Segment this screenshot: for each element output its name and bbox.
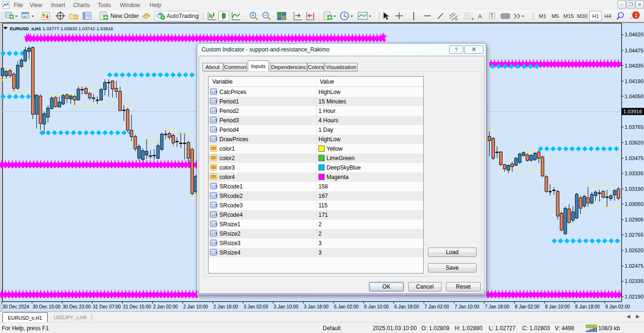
svg-text:1: 1 bbox=[635, 12, 638, 18]
svg-text:23: 23 bbox=[213, 222, 217, 226]
svg-text:1.04050: 1.04050 bbox=[625, 94, 644, 99]
svg-text:7 Jan 18:00: 7 Jan 18:00 bbox=[485, 304, 510, 309]
svg-text:T: T bbox=[491, 13, 493, 18]
svg-text:23: 23 bbox=[213, 99, 217, 103]
svg-text:M30: M30 bbox=[577, 13, 587, 19]
svg-text:30 Dec 15:00: 30 Dec 15:00 bbox=[33, 304, 61, 309]
svg-text:3 Jan 10:00: 3 Jan 10:00 bbox=[274, 304, 299, 309]
svg-text:AutoTrading: AutoTrading bbox=[167, 13, 199, 19]
svg-text:1.03050: 1.03050 bbox=[625, 201, 644, 207]
svg-text:H4: H4 bbox=[604, 13, 611, 19]
svg-text:23: 23 bbox=[213, 90, 217, 94]
svg-text:1.03777 1.03933 1.03742 1.0391: 1.03777 1.03933 1.03742 1.03916 bbox=[42, 26, 113, 31]
svg-text:New Order: New Order bbox=[110, 13, 139, 19]
svg-text:2 Jan 18:00: 2 Jan 18:00 bbox=[213, 304, 238, 309]
svg-text:30 Dec 2024: 30 Dec 2024 bbox=[2, 304, 29, 309]
svg-text:1.04190: 1.04190 bbox=[625, 78, 644, 84]
svg-text:EURUSD_o,H1: EURUSD_o,H1 bbox=[10, 26, 42, 31]
svg-text:31 Dec 07:00: 31 Dec 07:00 bbox=[93, 304, 121, 309]
svg-text:23: 23 bbox=[213, 250, 217, 255]
svg-text:H1: H1 bbox=[592, 13, 599, 19]
svg-text:1.02190: 1.02190 bbox=[625, 294, 644, 299]
svg-text:23: 23 bbox=[213, 241, 217, 245]
svg-text:3 Jan 02:00: 3 Jan 02:00 bbox=[243, 304, 268, 309]
svg-text:M1: M1 bbox=[539, 13, 546, 19]
svg-text:1.04475: 1.04475 bbox=[625, 48, 644, 53]
svg-text:1.04620: 1.04620 bbox=[625, 32, 644, 37]
svg-text:6 Jan 18:00: 6 Jan 18:00 bbox=[394, 304, 419, 309]
svg-text:E: E bbox=[455, 17, 458, 21]
svg-text:1.03190: 1.03190 bbox=[625, 186, 644, 192]
svg-text:9 Jan 02:00: 9 Jan 02:00 bbox=[605, 304, 630, 309]
svg-text:1.02765: 1.02765 bbox=[625, 232, 644, 238]
svg-text:23: 23 bbox=[213, 137, 217, 141]
svg-text:1.02620: 1.02620 bbox=[625, 248, 644, 253]
svg-text:6 Jan 10:00: 6 Jan 10:00 bbox=[364, 304, 389, 309]
svg-text:23: 23 bbox=[213, 194, 217, 198]
svg-text:F: F bbox=[472, 17, 474, 21]
svg-text:A: A bbox=[478, 13, 482, 20]
svg-text:1.03765: 1.03765 bbox=[625, 124, 644, 130]
svg-text:1.02475: 1.02475 bbox=[625, 263, 644, 269]
svg-text:M5: M5 bbox=[552, 13, 559, 19]
svg-text:23: 23 bbox=[213, 231, 217, 236]
svg-text:23: 23 bbox=[213, 128, 217, 132]
svg-text:2 Jan 10:00: 2 Jan 10:00 bbox=[183, 304, 208, 309]
svg-text:8 Jan 10:00: 8 Jan 10:00 bbox=[545, 304, 570, 309]
svg-text:23: 23 bbox=[213, 109, 217, 113]
svg-text:23: 23 bbox=[213, 213, 217, 217]
svg-text:23: 23 bbox=[213, 118, 217, 122]
svg-text:23: 23 bbox=[213, 184, 217, 188]
svg-text:M15: M15 bbox=[563, 13, 574, 19]
svg-text:1.02335: 1.02335 bbox=[625, 278, 644, 284]
svg-text:1.03620: 1.03620 bbox=[625, 140, 644, 145]
svg-text:31 Dec 15:00: 31 Dec 15:00 bbox=[123, 304, 151, 309]
svg-text:2 Jan 02:00: 2 Jan 02:00 bbox=[153, 304, 178, 309]
svg-text:8 Jan 18:00: 8 Jan 18:00 bbox=[575, 304, 600, 309]
svg-text:3 Jan 18:00: 3 Jan 18:00 bbox=[304, 304, 329, 309]
svg-text:1.03475: 1.03475 bbox=[625, 155, 644, 161]
svg-text:1.04335: 1.04335 bbox=[625, 63, 644, 68]
svg-text:6 Jan 02:00: 6 Jan 02:00 bbox=[334, 304, 359, 309]
svg-text:8 Jan 02:00: 8 Jan 02:00 bbox=[515, 304, 540, 309]
svg-text:1.03335: 1.03335 bbox=[625, 171, 644, 176]
svg-text:23: 23 bbox=[213, 203, 217, 207]
svg-text:7 Jan 10:00: 7 Jan 10:00 bbox=[455, 304, 480, 309]
svg-text:1.02905: 1.02905 bbox=[625, 217, 644, 222]
svg-text:1.03916: 1.03916 bbox=[623, 109, 642, 114]
svg-text:30 Dec 23:00: 30 Dec 23:00 bbox=[63, 304, 91, 309]
svg-text:7 Jan 02:00: 7 Jan 02:00 bbox=[425, 304, 450, 309]
